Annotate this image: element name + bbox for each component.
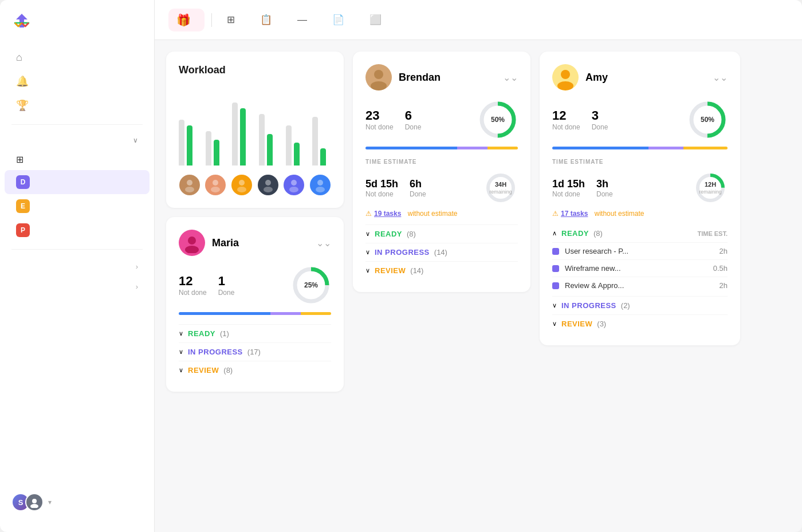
maria-bar-purple — [270, 312, 301, 315]
maria-statuses: ∨ READY (1) ∨ IN PROGRESS (17) ∨ REVIEW … — [179, 324, 331, 379]
amy-task-list: User research - P... 2h Wireframe new...… — [552, 242, 728, 296]
maria-review-chevron-icon: ∨ — [179, 367, 183, 374]
sidebar-item-dashboards[interactable]: › — [5, 257, 150, 277]
svg-point-15 — [316, 187, 325, 192]
tab-timeline[interactable]: — — [289, 10, 320, 30]
brendan-status-review[interactable]: ∨ REVIEW (14) — [365, 261, 518, 279]
bar-gray-4 — [286, 125, 292, 165]
brendan-time-donut: 34Hremaining — [483, 171, 518, 205]
brendan-card: Brendan ⌄⌄ 23 Not done 6 Done 50% — [353, 52, 530, 292]
sidebar-divider-1 — [11, 124, 143, 125]
project-icon: 🎁 — [176, 13, 191, 27]
board-icon: 📋 — [260, 14, 272, 26]
avatar-4 — [284, 175, 304, 195]
maria-status-ready[interactable]: ∨ READY (1) — [179, 324, 331, 342]
brendan-status-inprogress[interactable]: ∨ IN PROGRESS (14) — [365, 243, 518, 261]
maria-review-label: REVIEW — [188, 366, 219, 375]
bar-green-5 — [320, 148, 326, 165]
brendan-avatar — [365, 64, 392, 90]
svg-point-10 — [265, 180, 271, 186]
task-time-1: 2h — [720, 247, 728, 255]
brendan-chevron-icon[interactable]: ⌄⌄ — [503, 72, 518, 83]
amy-progress-bar — [552, 147, 728, 149]
maria-name: Maria — [212, 237, 239, 249]
svg-point-7 — [211, 187, 220, 192]
brendan-donut: 50% — [478, 100, 518, 140]
svg-point-17 — [185, 246, 199, 253]
amy-header: Amy ⌄⌄ — [552, 64, 728, 90]
tab-whiteboard[interactable]: ⬜ — [361, 9, 394, 30]
brendan-bar-yellow — [488, 147, 518, 149]
brendan-header: Brendan ⌄⌄ — [365, 64, 518, 90]
bar-green-2 — [240, 108, 246, 165]
bar-group-3 — [259, 114, 278, 165]
bar-gray-5 — [312, 117, 318, 165]
nav-goals[interactable]: 🏆 — [5, 93, 150, 117]
bar-green-1 — [214, 140, 219, 165]
brendan-time-estimate-label: TIME ESTIMATE — [365, 159, 518, 165]
left-column: Workload — [166, 52, 344, 392]
brendan-not-done: 23 Not done — [365, 108, 394, 131]
brendan-ready-label: READY — [375, 230, 402, 238]
task-time-3: 2h — [720, 281, 728, 290]
user-avatar-2 — [25, 493, 44, 511]
task-dot-2 — [552, 265, 559, 272]
sidebar-bottom: S ▾ — [0, 484, 154, 521]
maria-chevron-icon[interactable]: ⌄⌄ — [316, 238, 331, 249]
maria-percent-label: 25% — [304, 281, 318, 289]
sidebar-item-docs[interactable]: › — [5, 277, 150, 297]
logo-icon — [11, 11, 32, 32]
nav-home[interactable]: ⌂ — [5, 46, 150, 69]
tab-box[interactable]: ⊞ — [219, 9, 247, 30]
brendan-time-done: 6h Done — [410, 178, 426, 198]
sidebar-item-product[interactable]: P — [5, 218, 150, 242]
sidebar-item-engineering[interactable]: E — [5, 194, 150, 218]
amy-time-not-done-val: 1d 15h — [552, 178, 585, 190]
brendan-inprogress-chevron-icon: ∨ — [365, 249, 370, 256]
topnav-divider — [211, 13, 212, 27]
amy-done: 3 Done — [592, 108, 608, 131]
amy-warning-link[interactable]: 17 tasks — [561, 210, 588, 218]
amy-time-done-val: 3h — [596, 178, 613, 190]
amy-inprogress-chevron-icon: ∨ — [552, 302, 557, 309]
user-avatars: S — [11, 493, 44, 511]
maria-header: Maria ⌄⌄ — [179, 230, 331, 256]
maria-status-inprogress[interactable]: ∨ IN PROGRESS (17) — [179, 342, 331, 361]
task-item-1[interactable]: User research - P... 2h — [552, 242, 728, 259]
amy-warning: ⚠ 17 tasks without estimate — [552, 210, 728, 218]
amy-inprogress-label: IN PROGRESS — [561, 301, 616, 310]
tab-doc[interactable]: 📄 — [324, 9, 357, 30]
amy-status-review[interactable]: ∨ REVIEW (3) — [552, 314, 728, 333]
amy-time-done: 3h Done — [596, 178, 613, 198]
project-tab[interactable]: 🎁 — [168, 9, 205, 31]
tab-board[interactable]: 📋 — [252, 9, 285, 30]
bar-green-3 — [267, 134, 273, 165]
maria-status-review[interactable]: ∨ REVIEW (8) — [179, 361, 331, 379]
amy-time-stats: 1d 15h Not done 3h Done 12Hremaining — [552, 171, 728, 205]
task-item-2[interactable]: Wireframe new... 0.5h — [552, 259, 728, 277]
spaces-chevron-icon[interactable]: ∨ — [133, 136, 138, 144]
brendan-done: 6 Done — [405, 108, 422, 131]
svg-point-6 — [213, 180, 218, 186]
amy-status-inprogress[interactable]: ∨ IN PROGRESS (2) — [552, 296, 728, 314]
workload-chart — [179, 85, 331, 165]
brendan-not-done-label: Not done — [365, 123, 394, 131]
nav-notifications[interactable]: 🔔 — [5, 69, 150, 93]
maria-inprogress-chevron-icon: ∨ — [179, 348, 183, 356]
brendan-inprogress-count: (14) — [434, 248, 447, 257]
task-item-3[interactable]: Review & Appro... 2h — [552, 277, 728, 294]
svg-point-8 — [239, 180, 245, 186]
amy-chevron-icon[interactable]: ⌄⌄ — [713, 72, 728, 83]
user-dropdown-icon[interactable]: ▾ — [48, 498, 52, 506]
brendan-warning-link[interactable]: 19 tasks — [374, 210, 401, 218]
brendan-status-ready[interactable]: ∨ READY (8) — [365, 224, 518, 243]
amy-time-estimate-label: TIME ESTIMATE — [552, 159, 728, 165]
brendan-not-done-number: 23 — [365, 108, 394, 123]
brendan-statuses: ∨ READY (8) ∨ IN PROGRESS (14) ∨ REVIEW … — [365, 224, 518, 279]
amy-status-ready[interactable]: ∧ READY (8) TIME EST. — [552, 224, 728, 242]
docs-chevron-icon: › — [136, 282, 138, 291]
amy-time-donut-chart: 12Hremaining — [693, 171, 728, 205]
sidebar-item-everything[interactable]: ⊞ — [5, 149, 150, 170]
sidebar-item-design[interactable]: D — [5, 170, 150, 194]
maria-avatar — [179, 230, 205, 256]
